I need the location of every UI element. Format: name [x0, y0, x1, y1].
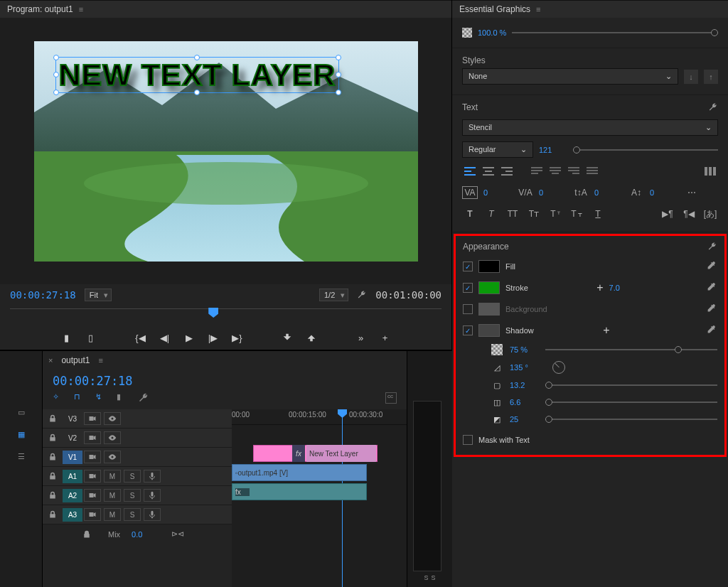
baseline-icon[interactable]: A↕: [628, 186, 644, 199]
mic-icon[interactable]: [144, 489, 161, 502]
shadow-blur[interactable]: 25: [510, 415, 538, 424]
kerning-icon[interactable]: V/A: [518, 186, 533, 199]
more-icon[interactable]: »: [355, 331, 368, 344]
weight-dropdown[interactable]: Regular⌄: [462, 141, 533, 158]
track-output-icon[interactable]: [84, 508, 101, 521]
lock-icon[interactable]: [43, 472, 63, 480]
shadow-angle[interactable]: 135 °: [510, 363, 538, 372]
playhead-icon[interactable]: [208, 308, 218, 318]
plus-icon[interactable]: +: [603, 324, 609, 337]
go-out-icon[interactable]: ▶}: [231, 331, 244, 344]
smallcaps-icon[interactable]: Tᴛ: [526, 208, 542, 220]
mic-icon[interactable]: [144, 470, 161, 483]
rtl-icon[interactable]: ¶◀: [681, 208, 697, 220]
eyedropper-icon[interactable]: [706, 325, 717, 336]
shadow-distance-slider[interactable]: [545, 384, 717, 386]
clip-fx-icon[interactable]: fx: [292, 445, 305, 462]
down-arrow-icon[interactable]: ↓: [684, 70, 698, 84]
tracking-icon[interactable]: VA: [462, 186, 478, 199]
solo-button[interactable]: S: [124, 489, 141, 502]
align-right-icon[interactable]: [499, 165, 515, 178]
clip-audio[interactable]: fx: [232, 483, 367, 500]
eyedropper-icon[interactable]: [706, 261, 717, 272]
track-output-icon[interactable]: [84, 431, 101, 444]
wrench-icon[interactable]: [138, 392, 149, 404]
step-back-icon[interactable]: ◀|: [159, 331, 171, 344]
track-v3[interactable]: V3: [63, 412, 82, 426]
list-icon[interactable]: ☰: [18, 452, 25, 461]
resize-handle[interactable]: [194, 55, 200, 60]
superscript-icon[interactable]: Tᵀ: [547, 208, 563, 220]
angle-dial-icon[interactable]: [552, 361, 565, 374]
track-output-icon[interactable]: [84, 451, 101, 463]
track-v2[interactable]: V2: [63, 431, 82, 445]
font-size[interactable]: 121: [539, 146, 567, 154]
wrench-icon[interactable]: [707, 242, 717, 252]
align-center-icon[interactable]: [481, 165, 496, 178]
lift-icon[interactable]: [281, 331, 294, 344]
lock-icon[interactable]: [43, 491, 63, 500]
leading-icon[interactable]: t↕A: [573, 186, 589, 199]
program-ruler[interactable]: [10, 308, 441, 323]
timeline-ruler[interactable]: 00:00 00:00:15:00 00:00:30:0: [232, 409, 407, 425]
lock-icon[interactable]: [43, 510, 63, 519]
shadow-opacity-slider[interactable]: [545, 349, 717, 350]
track-output-icon[interactable]: [84, 412, 101, 425]
solo-s[interactable]: S: [432, 574, 436, 581]
resize-handle[interactable]: [336, 90, 341, 95]
lock-icon[interactable]: [77, 530, 97, 539]
shadow-spread[interactable]: 6.6: [510, 398, 538, 406]
track-output-icon[interactable]: [84, 470, 101, 483]
resize-handle[interactable]: [194, 90, 200, 95]
link-icon[interactable]: ↯: [95, 392, 107, 404]
track-v1[interactable]: V1: [63, 451, 82, 464]
preview-area[interactable]: NEW TEXT LAYER: [0, 18, 451, 284]
solo-s[interactable]: S: [424, 574, 428, 581]
opacity-slider[interactable]: [512, 32, 718, 33]
justify-right-icon[interactable]: [566, 165, 582, 178]
eye-icon[interactable]: [104, 412, 121, 425]
fill-swatch[interactable]: [478, 260, 500, 273]
hamburger-icon[interactable]: ≡: [536, 5, 540, 14]
bold-icon[interactable]: T: [462, 208, 478, 220]
mute-button[interactable]: M: [104, 508, 121, 521]
timeline-timecode[interactable]: 00:00:27:18: [43, 370, 407, 389]
cc-icon[interactable]: cc: [385, 392, 397, 404]
shadow-checkbox[interactable]: [463, 325, 473, 335]
ltr-icon[interactable]: ▶¶: [660, 208, 675, 220]
background-swatch[interactable]: [478, 303, 500, 316]
eye-icon[interactable]: [104, 451, 121, 463]
eyedropper-icon[interactable]: [706, 282, 717, 294]
shadow-swatch[interactable]: [478, 324, 500, 337]
extract-icon[interactable]: [305, 331, 318, 344]
mix-expand-icon[interactable]: ⊳⊲: [171, 529, 184, 539]
shadow-distance[interactable]: 13.2: [510, 381, 538, 389]
play-icon[interactable]: ▶: [183, 331, 196, 344]
vertical-icon[interactable]: [あ]: [702, 208, 718, 220]
mark-in-icon[interactable]: ▮: [60, 331, 73, 344]
align-left-icon[interactable]: [462, 165, 478, 178]
stroke-checkbox[interactable]: [463, 283, 473, 293]
fill-checkbox[interactable]: [463, 262, 473, 271]
opacity-value[interactable]: 100.0 %: [478, 28, 506, 37]
up-arrow-icon[interactable]: ↑: [704, 70, 718, 84]
shadow-opacity[interactable]: 75 %: [510, 345, 538, 354]
font-dropdown[interactable]: Stencil⌄: [462, 119, 718, 136]
solo-button[interactable]: S: [124, 508, 141, 521]
more-icon[interactable]: ⋯: [684, 186, 700, 199]
mark-out-icon[interactable]: ▯: [85, 331, 97, 344]
text-layer-box[interactable]: NEW TEXT LAYER: [55, 57, 340, 93]
stroke-swatch[interactable]: [478, 281, 500, 294]
close-tab-icon[interactable]: ×: [48, 356, 53, 365]
resize-handle[interactable]: [336, 55, 341, 60]
mask-checkbox[interactable]: [463, 435, 473, 445]
fit-dropdown[interactable]: Fit: [85, 289, 112, 301]
wrench-icon[interactable]: [708, 102, 718, 112]
track-a1[interactable]: A1: [63, 470, 82, 483]
shadow-blur-slider[interactable]: [545, 419, 717, 420]
justify-left-icon[interactable]: [529, 165, 545, 178]
allcaps-icon[interactable]: TT: [505, 208, 520, 220]
justify-all-icon[interactable]: [584, 165, 600, 178]
track-a3[interactable]: A3: [63, 508, 82, 522]
style-dropdown[interactable]: None⌄: [462, 68, 678, 85]
